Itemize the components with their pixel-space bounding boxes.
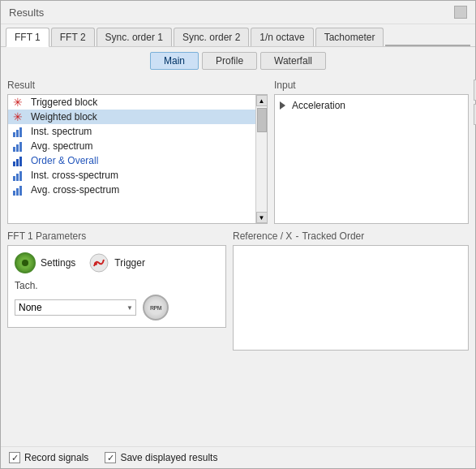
trigger-button[interactable]: Trigger [88,252,145,273]
tab-tachometer[interactable]: Tachometer [315,28,384,46]
reference-box [233,245,469,351]
record-signals-checkbox[interactable]: ✓ Record signals [9,452,88,463]
list-item[interactable]: Inst. spectrum [8,124,267,139]
tach-select-wrapper: None [15,299,136,316]
triggered-icon: ✳ [13,97,26,108]
tab-octave[interactable]: 1/n octave [251,28,313,46]
svg-point-10 [94,262,97,265]
settings-label: Settings [41,257,75,269]
trigger-svg [89,253,109,273]
list-item[interactable]: Avg. cross-spectrum [8,183,267,197]
result-label: Result [7,80,268,91]
tab-sync-order2[interactable]: Sync. order 2 [174,28,249,46]
reference-panel: Reference / X - Tracked Order [233,230,469,351]
item-label: Order & Overall [31,155,98,166]
scrollbar[interactable]: ▲ ▼ [255,95,267,223]
tab-sync-order1[interactable]: Sync. order 1 [96,28,172,46]
reference-label: Reference / X - Tracked Order [233,230,469,242]
bottom-section: FFT 1 Parameters Settings [7,230,469,351]
subtabs-row: Main Profile Waterfall [1,47,475,75]
input-panel: Input Acceleration + + [274,80,469,224]
tach-row: Tach. None RPM [15,280,219,321]
tab-fft1[interactable]: FFT 1 [6,28,49,47]
star-icon: ✳ [13,110,23,123]
subtab-main[interactable]: Main [150,52,199,70]
tab-spacer [385,28,470,46]
settings-trigger-row: Settings Trigger [15,252,219,273]
collapse-button[interactable] [454,6,467,19]
subtab-profile[interactable]: Profile [202,52,257,70]
trigger-label: Trigger [114,257,145,269]
params-label: FFT 1 Parameters [7,230,226,242]
item-label: Avg. spectrum [31,140,92,152]
list-item[interactable]: ✳ Triggered block [8,95,267,110]
params-box: Settings Trigger [7,245,226,328]
params-panel: FFT 1 Parameters Settings [7,230,226,351]
bar-icon [13,126,26,137]
chevron-right-icon [280,101,285,110]
scroll-up[interactable]: ▲ [256,95,268,106]
item-label: Inst. spectrum [31,126,92,137]
bar-icon [13,155,26,166]
item-label: Avg. cross-spectrum [31,184,119,196]
result-panel: Result ✳ Triggered block ✳ Weigh [7,80,268,224]
input-item: Acceleration [280,100,463,111]
item-label: Triggered block [31,97,97,108]
footer-row: ✓ Record signals ✓ Save displayed result… [1,446,475,468]
bar-icon [13,170,26,181]
main-content: Result ✳ Triggered block ✳ Weigh [1,75,475,446]
record-signals-check[interactable]: ✓ [9,452,20,463]
list-item[interactable]: ✳ Weighted block [8,110,267,124]
save-results-checkbox[interactable]: ✓ Save displayed results [105,452,217,463]
bar-icon [13,140,26,152]
tach-select-row: None RPM [15,295,219,321]
tracked-order-text: Tracked Order [302,230,364,242]
save-results-label: Save displayed results [120,452,217,463]
title-bar: Results [1,1,475,24]
reference-sep: - [295,230,298,242]
bar-icon [13,184,26,196]
settings-button[interactable]: Settings [15,252,75,273]
list-item[interactable]: Avg. spectrum [8,139,267,153]
scroll-down[interactable]: ▼ [256,212,268,223]
rpm-button[interactable]: RPM [143,295,169,321]
reference-text: Reference / X [233,230,292,242]
top-section: Result ✳ Triggered block ✳ Weigh [7,80,469,224]
window-title: Results [9,6,44,19]
item-label: Weighted block [31,111,97,123]
list-item[interactable]: Order & Overall [8,153,267,168]
trigger-icon [88,252,109,273]
subtab-waterfall[interactable]: Waterfall [260,52,326,70]
tab-fft2[interactable]: FFT 2 [51,28,95,46]
weighted-icon: ✳ [13,111,26,123]
tach-label: Tach. [15,280,219,291]
settings-icon [15,252,36,273]
record-signals-label: Record signals [24,452,88,463]
star-icon: ✳ [13,96,23,109]
result-list: ✳ Triggered block ✳ Weighted block [7,94,268,224]
input-item-label: Acceleration [292,100,345,111]
input-label: Input [274,80,469,91]
input-box: Acceleration [274,94,469,224]
item-label: Inst. cross-spectrum [31,170,118,181]
list-item[interactable]: Inst. cross-spectrum [8,168,267,183]
tabs-row: FFT 1 FFT 2 Sync. order 1 Sync. order 2 … [1,24,475,47]
results-window: Results FFT 1 FFT 2 Sync. order 1 Sync. … [0,0,476,469]
save-results-check[interactable]: ✓ [105,452,116,463]
tach-select[interactable]: None [15,299,136,316]
scroll-thumb[interactable] [257,108,267,132]
